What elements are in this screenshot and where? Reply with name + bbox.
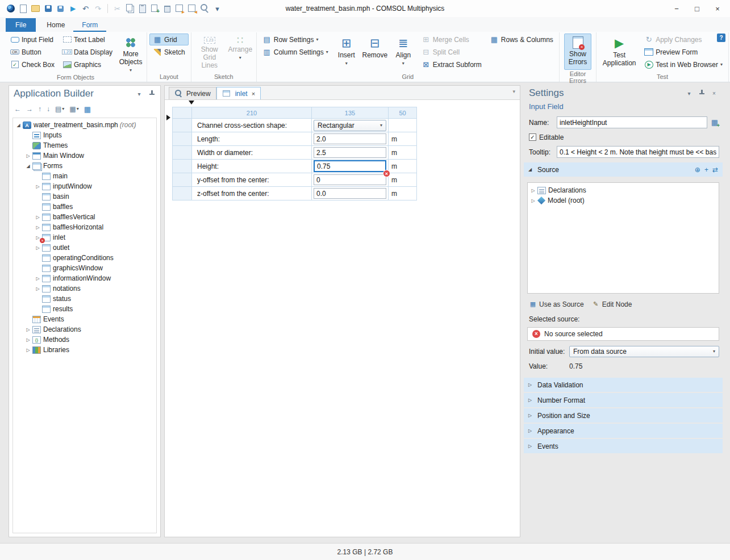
tree-item-graphicsWindow[interactable]: graphicsWindow	[13, 263, 156, 273]
grid-value-cell[interactable]: ×	[312, 160, 389, 173]
expand-arrow[interactable]: ▷	[24, 327, 32, 332]
show-grid-lines-button[interactable]: Show Grid Lines	[194, 34, 226, 70]
grid-row-handle[interactable]	[173, 146, 192, 160]
edit-node-button[interactable]: ✎Edit Node	[592, 300, 632, 308]
grid-label-cell[interactable]: y-offset from the center:	[192, 173, 312, 187]
tree-item-Declarations[interactable]: ▷Declarations	[528, 185, 719, 195]
grid-label-cell[interactable]: z-offset from the center:	[192, 187, 312, 200]
tree-item-Main-Window[interactable]: ▷Main Window	[13, 151, 156, 161]
tree-item-bafflesVertical[interactable]: ▷bafflesVertical	[13, 212, 156, 222]
tree-item-notations[interactable]: ▷notations	[13, 283, 156, 294]
grid-label-cell[interactable]: Height:	[192, 160, 312, 173]
open-file-icon[interactable]	[31, 4, 40, 14]
copy-icon[interactable]	[125, 4, 135, 14]
grid-value-cell[interactable]	[312, 146, 389, 160]
initial-value-dropdown[interactable]: From data source▾	[569, 346, 719, 357]
section-position-and-size[interactable]: ▷Position and Size	[524, 408, 723, 423]
tooltip-input[interactable]	[557, 146, 719, 158]
expand-arrow[interactable]: ▷	[34, 225, 41, 230]
tree-item-main[interactable]: main	[13, 171, 156, 181]
tab-preview[interactable]: Preview	[169, 87, 216, 99]
expand-arrow[interactable]: ▷	[34, 276, 41, 281]
pin-icon[interactable]	[148, 90, 156, 98]
tab-home[interactable]: Home	[38, 18, 73, 32]
redo-icon[interactable]: ↷	[93, 4, 103, 14]
expand-arrow[interactable]: ▷	[34, 184, 41, 189]
grid-unit-cell[interactable]: m	[389, 173, 417, 187]
tree-item-Inputs[interactable]: Inputs	[13, 130, 156, 140]
grid-mode-button[interactable]: ▦Grid	[149, 34, 189, 45]
grid-label-cell[interactable]: Channel cross-section shape:	[192, 119, 312, 132]
grid-row-handle[interactable]	[173, 173, 192, 187]
column-settings-button[interactable]: ▥Column Settings▾	[259, 46, 332, 58]
grid-input[interactable]	[314, 188, 386, 199]
grid-row-handle[interactable]	[173, 119, 192, 132]
expand-arrow[interactable]: ▷	[529, 188, 537, 193]
maximize-button[interactable]: □	[687, 1, 707, 16]
tree-item-inputWindow[interactable]: ▷inputWindow	[13, 181, 156, 191]
minimize-button[interactable]: −	[666, 1, 687, 16]
row-settings-button[interactable]: ▤Row Settings▾	[259, 34, 332, 45]
delete-icon[interactable]	[162, 4, 172, 14]
grid-row-handle[interactable]	[173, 160, 192, 173]
grid-unit-cell[interactable]	[389, 119, 417, 132]
close-button[interactable]: ×	[707, 1, 728, 16]
duplicate-icon[interactable]	[150, 4, 160, 14]
tree-item-operatingConditions[interactable]: operatingConditions	[13, 253, 156, 263]
insert-button[interactable]: ⊞ Insert ▾	[333, 34, 360, 70]
extract-subform-button[interactable]: ⊠Extract Subform	[418, 58, 485, 70]
grid-value-cell[interactable]	[312, 187, 389, 200]
tree-item-baffles[interactable]: baffles	[13, 202, 156, 212]
move-down-icon[interactable]: ↓	[47, 105, 50, 113]
move-up-icon[interactable]: ↑	[38, 105, 41, 113]
section-number-format[interactable]: ▷Number Format	[524, 393, 723, 407]
grid-corner-cell[interactable]	[173, 107, 192, 119]
apply-changes-button[interactable]: Apply Changes	[641, 34, 726, 45]
collapse-menu-icon[interactable]: ▦▾	[69, 105, 78, 113]
grid-row-handle[interactable]	[173, 132, 192, 146]
help-icon[interactable]: ?	[717, 34, 725, 42]
check-box-button[interactable]: Check Box	[7, 58, 58, 70]
grid-input[interactable]	[314, 160, 386, 172]
tree-item-Libraries[interactable]: ▷Libraries	[13, 345, 156, 355]
save-icon[interactable]	[43, 4, 53, 14]
name-input[interactable]	[557, 116, 707, 128]
tab-inlet[interactable]: inlet ×	[216, 87, 261, 99]
tree-item-Methods[interactable]: ▷Methods	[13, 335, 156, 345]
view-menu-icon[interactable]: ▤▾	[55, 105, 64, 113]
tab-form[interactable]: Form	[73, 18, 106, 32]
cut-icon[interactable]: ✂	[112, 4, 122, 14]
grid-unit-cell[interactable]: m	[389, 187, 417, 200]
add-source-for-all-icon[interactable]: ⊕	[695, 166, 700, 174]
tree-item-basin[interactable]: basin	[13, 191, 156, 202]
expand-arrow[interactable]: ◢	[24, 164, 32, 169]
close-tab-icon[interactable]: ×	[252, 90, 255, 97]
test-application-button[interactable]: Test Application	[599, 34, 640, 70]
toolbar-overflow-icon[interactable]: ▾	[212, 4, 222, 14]
editor-menu-icon[interactable]: ▾	[512, 89, 515, 94]
chevron-down-icon[interactable]: ▾	[135, 90, 143, 98]
section-data-validation[interactable]: ▷Data Validation	[524, 378, 723, 392]
forward-icon[interactable]: →	[26, 105, 33, 113]
tree-item-inlet[interactable]: ▷×inlet	[13, 232, 156, 243]
grid-column-header[interactable]: 210	[192, 107, 312, 119]
undo-icon[interactable]: ↶	[81, 4, 90, 14]
new-file-icon[interactable]	[18, 4, 28, 14]
import-icon[interactable]	[175, 4, 185, 14]
edit-name-icon[interactable]	[710, 118, 719, 127]
graphics-button[interactable]: Graphics	[59, 58, 116, 70]
tree-item-status[interactable]: status	[13, 294, 156, 304]
split-cell-button[interactable]: ⊟Split Cell	[418, 46, 485, 58]
expand-arrow[interactable]: ▷	[24, 348, 32, 353]
tree-item-water_treatment_basin.mph[interactable]: ◢water_treatment_basin.mph (root)	[13, 120, 156, 130]
sketch-mode-button[interactable]: Sketch	[149, 46, 189, 58]
preview-form-button[interactable]: Preview Form	[641, 46, 726, 58]
tree-item-informationWindow[interactable]: ▷informationWindow	[13, 273, 156, 283]
tree-item-outlet[interactable]: ▷outlet	[13, 243, 156, 253]
comsol-logo[interactable]	[6, 4, 15, 14]
tree-item-Events[interactable]: Events	[13, 314, 156, 324]
section-appearance[interactable]: ▷Appearance	[524, 424, 723, 438]
expand-arrow[interactable]: ▷	[34, 245, 41, 250]
preview-icon[interactable]	[200, 4, 210, 14]
grid-unit-cell[interactable]: m	[389, 160, 417, 173]
